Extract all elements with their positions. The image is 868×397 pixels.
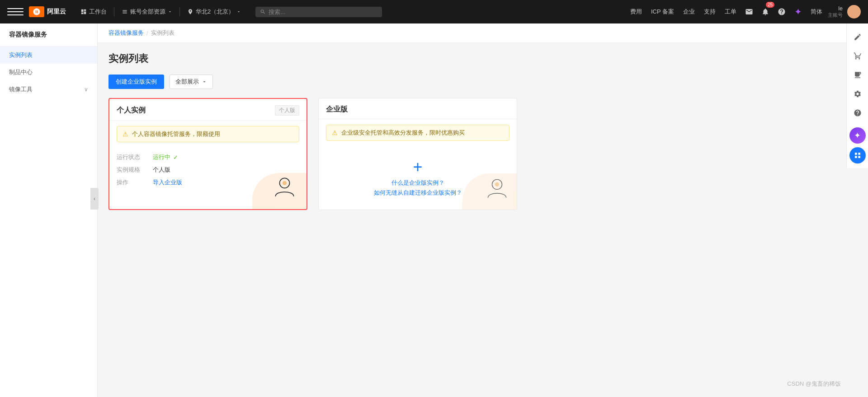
arrow-icon: ∨ bbox=[84, 86, 88, 93]
right-sidebar: ✦ bbox=[846, 23, 868, 168]
watermark: CSDN @鬼畜的稀饭 bbox=[787, 380, 841, 388]
nav-search-container bbox=[255, 7, 382, 17]
svg-point-1 bbox=[283, 181, 287, 185]
create-enterprise-btn[interactable]: 创建企业版实例 bbox=[108, 75, 164, 89]
enterprise-link-2[interactable]: 如何无缝从自建迁移企业版实例？ bbox=[374, 189, 462, 197]
nav-star-icon[interactable]: ✦ bbox=[791, 5, 805, 19]
nav-notification-bell[interactable]: 25 bbox=[758, 5, 773, 19]
top-nav: 阿里云 工作台 账号全部资源 华北2（北京） 费用 ICP 备案 企业 支持 工… bbox=[0, 0, 868, 23]
nav-lang[interactable]: 简体 bbox=[807, 8, 826, 16]
status-value: 运行中 ✓ bbox=[153, 153, 178, 161]
breadcrumb: 容器镜像服务 / 实例列表 bbox=[98, 23, 868, 43]
search-icon bbox=[260, 9, 266, 15]
enterprise-card-header: 企业版 bbox=[319, 98, 517, 119]
search-input[interactable] bbox=[269, 9, 377, 15]
sidebar-collapse-btn[interactable]: ‹ bbox=[90, 188, 98, 210]
breadcrumb-parent[interactable]: 容器镜像服务 bbox=[108, 29, 144, 37]
personal-avatar bbox=[272, 175, 299, 202]
sidebar-item-tools[interactable]: 镜像工具 ∨ bbox=[0, 81, 97, 98]
spec-row: 实例规格 个人版 bbox=[117, 166, 299, 174]
nav-divider-2 bbox=[179, 7, 180, 16]
filter-dropdown-icon bbox=[202, 79, 207, 84]
breadcrumb-sep: / bbox=[146, 30, 148, 37]
nav-user-info: Ie 主账号 bbox=[828, 5, 843, 19]
logo-box bbox=[29, 6, 44, 17]
spec-value: 个人版 bbox=[153, 166, 170, 174]
nav-username: Ie bbox=[838, 5, 843, 12]
search-box[interactable] bbox=[255, 7, 382, 17]
toolbar: 创建企业版实例 全部展示 bbox=[108, 75, 857, 89]
nav-avatar[interactable] bbox=[847, 5, 861, 19]
nav-logo: 阿里云 bbox=[29, 6, 66, 17]
right-support-icon[interactable] bbox=[849, 104, 867, 122]
enterprise-alert-icon: ⚠ bbox=[332, 129, 338, 136]
cards-row: 个人实例 个人版 ⚠ 个人容器镜像托管服务，限额使用 运行状态 运行中 ✓ bbox=[108, 98, 857, 210]
enterprise-card-title: 企业版 bbox=[326, 105, 348, 114]
right-cart-icon[interactable] bbox=[849, 47, 867, 65]
personal-card-title: 个人实例 bbox=[117, 106, 146, 115]
personal-instance-card: 个人实例 个人版 ⚠ 个人容器镜像托管服务，限额使用 运行状态 运行中 ✓ bbox=[108, 98, 307, 210]
sidebar-menu: 实例列表 制品中心 镜像工具 ∨ bbox=[0, 47, 97, 98]
right-api-icon[interactable] bbox=[849, 66, 867, 84]
breadcrumb-current: 实例列表 bbox=[151, 29, 175, 37]
nav-account[interactable]: 账号全部资源 bbox=[116, 0, 178, 23]
filter-select[interactable]: 全部展示 bbox=[170, 75, 213, 89]
nav-fee[interactable]: 费用 bbox=[627, 8, 646, 16]
nav-tools[interactable]: 工单 bbox=[721, 8, 740, 16]
status-row: 运行状态 运行中 ✓ bbox=[117, 153, 299, 161]
personal-card-alert: ⚠ 个人容器镜像托管服务，限额使用 bbox=[117, 126, 299, 142]
sidebar-item-instance-list[interactable]: 实例列表 bbox=[0, 47, 97, 64]
logo-text: 阿里云 bbox=[47, 8, 66, 16]
nav-support[interactable]: 支持 bbox=[700, 8, 719, 16]
main-content: 容器镜像服务 / 实例列表 实例列表 创建企业版实例 全部展示 个人实例 bbox=[98, 23, 868, 397]
enterprise-links: 什么是企业版实例？ 如何无缝从自建迁移企业版实例？ bbox=[374, 179, 462, 197]
enterprise-avatar bbox=[485, 176, 509, 202]
personal-card-badge: 个人版 bbox=[275, 105, 299, 116]
import-enterprise-link[interactable]: 导入企业版 bbox=[153, 178, 182, 187]
nav-enterprise[interactable]: 企业 bbox=[679, 8, 698, 16]
spec-label: 实例规格 bbox=[117, 166, 153, 174]
enterprise-instance-card: 企业版 ⚠ 企业级安全托管和高效分发服务，限时优惠购买 + 什么是企业版实例？ … bbox=[318, 98, 517, 210]
enterprise-link-1[interactable]: 什么是企业版实例？ bbox=[392, 179, 444, 187]
right-ai-icon[interactable]: ✦ bbox=[849, 127, 866, 144]
sidebar-title: 容器镜像服务 bbox=[0, 23, 97, 47]
nav-mail-icon[interactable] bbox=[742, 5, 756, 19]
nav-icp[interactable]: ICP 备案 bbox=[647, 8, 678, 16]
enterprise-plus-icon[interactable]: + bbox=[413, 159, 422, 175]
right-edit-icon[interactable] bbox=[849, 28, 867, 46]
nav-workbench[interactable]: 工作台 bbox=[75, 0, 112, 23]
page-content: 实例列表 创建企业版实例 全部展示 个人实例 个人版 ⚠ bbox=[98, 43, 868, 219]
nav-divider-1 bbox=[114, 7, 114, 16]
page-title: 实例列表 bbox=[108, 52, 857, 65]
action-label: 操作 bbox=[117, 178, 153, 187]
nav-help-icon[interactable] bbox=[774, 5, 789, 19]
nav-region[interactable]: 华北2（北京） bbox=[182, 0, 246, 23]
nav-user-sub: 主账号 bbox=[828, 12, 843, 19]
hamburger-menu[interactable] bbox=[7, 4, 24, 20]
sidebar-item-artifact[interactable]: 制品中心 bbox=[0, 64, 97, 81]
svg-point-3 bbox=[495, 182, 499, 187]
nav-right-area: 费用 ICP 备案 企业 支持 工单 25 ✦ 简体 Ie 主账号 bbox=[627, 5, 861, 19]
notification-badge: 25 bbox=[766, 2, 774, 8]
status-label: 运行状态 bbox=[117, 153, 153, 161]
sidebar: 容器镜像服务 实例列表 制品中心 镜像工具 ∨ ‹ bbox=[0, 23, 98, 397]
right-settings-icon[interactable] bbox=[849, 85, 867, 103]
main-layout: 容器镜像服务 实例列表 制品中心 镜像工具 ∨ ‹ 容器镜像服务 / 实例列表 … bbox=[0, 23, 868, 397]
right-grid-icon[interactable] bbox=[849, 147, 866, 163]
personal-card-header: 个人实例 个人版 bbox=[109, 99, 307, 121]
alert-icon: ⚠ bbox=[123, 131, 128, 138]
status-check-icon: ✓ bbox=[173, 154, 178, 161]
enterprise-card-alert: ⚠ 企业级安全托管和高效分发服务，限时优惠购买 bbox=[326, 125, 509, 141]
